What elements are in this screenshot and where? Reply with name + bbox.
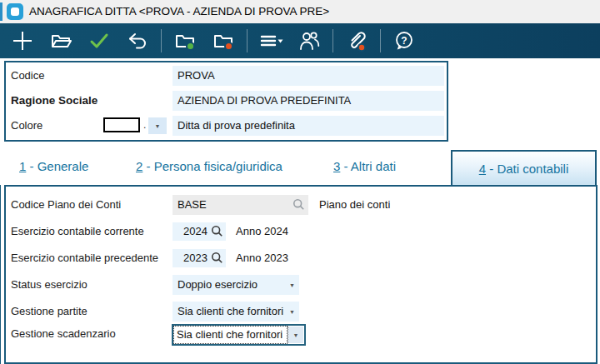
menu-button[interactable]: [252, 23, 290, 58]
status-esercizio-row: Status esercizio Doppio esercizio ▼: [6, 275, 596, 295]
chevron-down-icon: ▼: [289, 309, 295, 315]
color-swatch[interactable]: [103, 117, 140, 132]
ragione-sociale-field[interactable]: AZIENDA DI PROVA PREDEFINITA: [172, 91, 444, 111]
esercizio-precedente-desc: Anno 2023: [236, 248, 288, 268]
svg-text:?: ?: [401, 35, 407, 47]
esercizio-corrente-label: Esercizio contabile corrente: [11, 222, 144, 242]
gestione-scadenzario-label: Gestione scadenzario: [11, 324, 116, 344]
color-dot: .: [143, 116, 146, 136]
check-icon: [88, 29, 111, 52]
colore-label: Colore: [11, 116, 42, 136]
menu-icon: [258, 29, 284, 52]
status-esercizio-label: Status esercizio: [11, 275, 88, 295]
gestione-partite-row: Gestione partite Sia clienti che fornito…: [6, 302, 596, 322]
search-icon[interactable]: [292, 198, 305, 211]
window-left-border: [0, 185, 1, 364]
piano-conti-row: Codice Piano dei Conti BASE Piano dei co…: [6, 195, 596, 215]
color-dropdown-button[interactable]: ▼: [148, 117, 167, 134]
app-logo-inner: [11, 7, 19, 16]
search-icon[interactable]: [211, 252, 223, 264]
esercizio-precedente-label: Esercizio contabile precedente: [11, 248, 158, 268]
folder-open-icon: [49, 29, 72, 52]
undo-button[interactable]: [118, 23, 157, 58]
app-window: ANAGRAFICA DITTA <PROVA - AZIENDA DI PRO…: [0, 0, 600, 364]
tab-strip: 1 - Generale 2 - Persona fisica/giuridic…: [0, 150, 600, 185]
piano-conti-label: Codice Piano dei Conti: [11, 195, 121, 215]
folder-red-dot-icon: [212, 29, 235, 52]
status-esercizio-dropdown[interactable]: Doppio esercizio ▼: [172, 275, 299, 295]
window-edge-strip: [0, 2, 2, 21]
piano-conti-field[interactable]: BASE: [172, 195, 308, 215]
app-logo-icon: [7, 3, 23, 20]
gestione-scadenzario-row: Gestione scadenzario Sia clienti che for…: [6, 324, 596, 346]
gestione-partite-label: Gestione partite: [11, 302, 88, 322]
gestione-scadenzario-dropdown[interactable]: Sia clienti che fornitori ▼: [172, 324, 306, 346]
attachments-button[interactable]: [338, 23, 376, 58]
colore-row: Colore . ▼ Ditta di prova predefinita: [6, 116, 447, 136]
esercizio-precedente-field[interactable]: 2023: [172, 249, 226, 267]
codice-row: Codice PROVA: [6, 66, 447, 86]
codice-label: Codice: [11, 66, 44, 86]
paperclip-icon: [345, 29, 368, 52]
new-button[interactable]: [3, 23, 42, 58]
toolbar-separator: [332, 29, 333, 52]
toolbar-separator: [161, 29, 162, 52]
codice-field[interactable]: PROVA: [172, 66, 444, 86]
window-title: ANAGRAFICA DITTA <PROVA - AZIENDA DI PRO…: [29, 0, 329, 23]
main-toolbar: ?: [0, 23, 600, 58]
tab-dati-contabili[interactable]: 4 - Dati contabili: [451, 150, 597, 185]
piano-conti-desc: Piano dei conti: [319, 195, 390, 215]
toolbar-separator: [380, 29, 381, 52]
esercizio-corrente-field[interactable]: 2024: [172, 222, 226, 241]
tab-persona-fisica-giuridica[interactable]: 2 - Persona fisica/giuridica: [136, 159, 282, 173]
open-button[interactable]: [42, 23, 80, 58]
toolbar-separator: [247, 29, 248, 52]
esercizio-corrente-row: Esercizio contabile corrente 2024 Anno 2…: [6, 222, 596, 242]
ragione-sociale-label: Ragione Sociale: [11, 91, 98, 111]
ragione-sociale-row: Ragione Sociale AZIENDA DI PROVA PREDEFI…: [6, 91, 447, 111]
descrizione-ditta-field[interactable]: Ditta di prova predefinita: [172, 116, 444, 136]
tab-generale[interactable]: 1 - Generale: [19, 159, 88, 173]
folder-in-button[interactable]: [166, 23, 204, 58]
tab-altri-dati[interactable]: 3 - Altri dati: [333, 159, 396, 173]
folder-out-button[interactable]: [204, 23, 242, 58]
users-button[interactable]: [290, 23, 328, 58]
esercizio-corrente-desc: Anno 2024: [236, 222, 288, 242]
chevron-down-icon: ▼: [289, 282, 295, 288]
title-bar: ANAGRAFICA DITTA <PROVA - AZIENDA DI PRO…: [0, 0, 600, 23]
chevron-down-icon: ▼: [155, 123, 161, 129]
user-icon: [298, 29, 321, 52]
company-header-box: Codice PROVA Ragione Sociale AZIENDA DI …: [4, 61, 448, 142]
plus-icon: [11, 29, 34, 52]
chevron-down-icon: ▼: [293, 332, 299, 338]
gestione-partite-dropdown[interactable]: Sia clienti che fornitori ▼: [172, 302, 299, 322]
folder-green-dot-icon: [173, 29, 197, 52]
help-button[interactable]: ?: [385, 23, 423, 58]
search-icon[interactable]: [211, 225, 223, 237]
help-icon: ?: [392, 29, 416, 52]
undo-icon: [126, 29, 149, 52]
dati-contabili-panel: Codice Piano dei Conti BASE Piano dei co…: [4, 185, 598, 364]
esercizio-precedente-row: Esercizio contabile precedente 2023 Anno…: [6, 248, 596, 268]
confirm-button[interactable]: [80, 23, 118, 58]
